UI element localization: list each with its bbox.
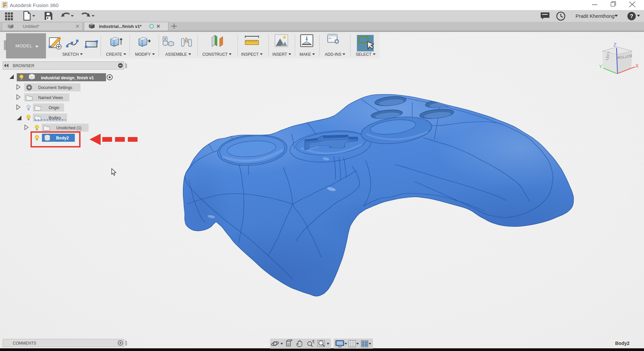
svg-text:Body2: Body2 <box>56 136 69 140</box>
svg-text:Origin: Origin <box>49 105 59 110</box>
svg-text:Named Views: Named Views <box>38 95 63 100</box>
svg-text:Unstitched (1): Unstitched (1) <box>56 126 82 130</box>
svg-text:Document Settings: Document Settings <box>38 85 72 90</box>
svg-text:Y: Y <box>599 63 602 69</box>
svg-text:industrial design_finish v1: industrial design_finish v1 <box>41 76 94 80</box>
svg-text:BROWSER: BROWSER <box>13 63 35 68</box>
svg-text:COMMENTS: COMMENTS <box>13 341 36 346</box>
svg-text:X: X <box>635 63 639 69</box>
svg-text:Z: Z <box>613 42 616 47</box>
